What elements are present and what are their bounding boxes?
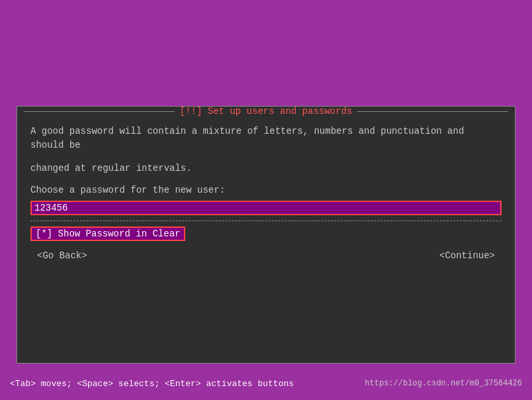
- password-input-row: [30, 201, 502, 215]
- title-line-left: [24, 111, 175, 112]
- description-line2: changed at regular intervals.: [30, 162, 502, 175]
- dialog-title-bar: [!!] Set up users and passwords: [17, 106, 515, 117]
- outer-container: [!!] Set up users and passwords A good p…: [17, 106, 515, 364]
- title-line-right: [357, 111, 508, 112]
- go-back-button[interactable]: <Go Back>: [37, 250, 87, 261]
- continue-button[interactable]: <Continue>: [439, 250, 495, 261]
- choose-password-label: Choose a password for the new user:: [30, 185, 502, 195]
- show-password-button[interactable]: [*] Show Password in Clear: [30, 226, 185, 241]
- buttons-row: <Go Back> <Continue>: [30, 250, 502, 261]
- status-bar: <Tab> moves; <Space> selects; <Enter> ac…: [0, 367, 532, 400]
- dialog-body: A good password will contain a mixture o…: [17, 117, 515, 269]
- description-line1: A good password will contain a mixture o…: [30, 125, 502, 152]
- status-text: <Tab> moves; <Space> selects; <Enter> ac…: [10, 379, 294, 389]
- url-text: https://blog.csdn.net/m0_37564426: [365, 379, 522, 388]
- dialog-title: [!!] Set up users and passwords: [175, 106, 357, 117]
- dashed-divider: [30, 221, 502, 221]
- password-input[interactable]: [30, 201, 502, 215]
- show-password-row: [*] Show Password in Clear: [30, 226, 502, 241]
